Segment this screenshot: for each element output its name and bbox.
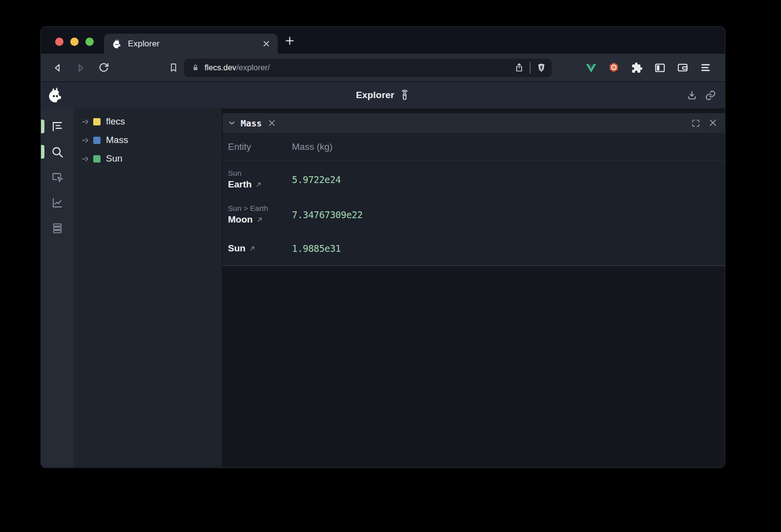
browser-toolbar: flecs.dev/explorer/ xyxy=(41,54,725,82)
tree-item-label: flecs xyxy=(106,116,125,127)
tree-view-icon[interactable] xyxy=(50,119,64,134)
back-button[interactable] xyxy=(49,59,66,77)
table-header-row: Entity Mass (kg) xyxy=(223,133,725,161)
expand-arrow-icon[interactable] xyxy=(82,118,90,126)
external-link-icon[interactable] xyxy=(249,245,256,252)
new-tab-button[interactable] xyxy=(285,36,294,45)
inspect-icon[interactable] xyxy=(50,170,64,184)
menu-icon[interactable] xyxy=(698,60,714,76)
hexagon-extension-icon[interactable] xyxy=(606,60,622,76)
browser-titlebar: Explorer xyxy=(41,27,725,54)
brave-shield-icon[interactable] xyxy=(536,62,547,73)
panel-close-icon[interactable] xyxy=(709,119,717,128)
puzzle-icon[interactable] xyxy=(629,60,645,76)
column-header-entity: Entity xyxy=(228,142,292,152)
entity-link[interactable]: Sun xyxy=(228,242,246,255)
bookmark-icon[interactable] xyxy=(164,59,182,77)
share-icon[interactable] xyxy=(514,62,524,73)
table-row: Sun > Earth Moon 7.34767309e22 xyxy=(223,198,725,232)
query-results-table: Entity Mass (kg) Sun Earth 5.9722e24 xyxy=(223,133,725,266)
wallet-icon[interactable] xyxy=(675,60,691,76)
mass-value: 1.9885e31 xyxy=(292,243,341,254)
browser-tab-explorer[interactable]: Explorer xyxy=(104,34,278,54)
entity-color-swatch xyxy=(93,137,101,144)
mass-value: 7.34767309e22 xyxy=(292,209,363,220)
column-header-mass: Mass (kg) xyxy=(292,142,332,152)
remote-connection-icon xyxy=(399,90,410,101)
page-title: Explorer xyxy=(356,90,394,101)
entity-link[interactable]: Earth xyxy=(228,178,252,191)
url-path: /explorer/ xyxy=(236,63,270,72)
tree-item-mass[interactable]: Mass xyxy=(73,131,222,149)
flecs-logo-icon xyxy=(47,86,64,104)
table-row: Sun Earth 5.9722e24 xyxy=(223,161,725,198)
chart-icon[interactable] xyxy=(50,195,64,210)
lock-icon xyxy=(191,63,200,72)
forward-button[interactable] xyxy=(72,59,89,77)
traffic-lights xyxy=(55,38,94,46)
external-link-icon[interactable] xyxy=(255,181,262,188)
search-icon[interactable] xyxy=(50,144,64,159)
fullscreen-icon[interactable] xyxy=(691,119,700,128)
header-actions xyxy=(686,90,716,101)
chevron-down-icon[interactable] xyxy=(227,119,236,127)
content-area: flecs Mass Sun Mas xyxy=(41,108,725,467)
query-close-icon[interactable] xyxy=(268,119,276,127)
maximize-window-button[interactable] xyxy=(85,38,94,46)
url-domain: flecs.dev xyxy=(205,63,236,72)
side-panel-icon[interactable] xyxy=(652,60,668,76)
empty-canvas xyxy=(223,266,725,467)
table-row: Sun 1.9885e31 xyxy=(223,232,725,265)
flecs-favicon-icon xyxy=(112,39,123,49)
url-text: flecs.dev/explorer/ xyxy=(205,63,514,72)
entity-color-swatch xyxy=(93,118,101,125)
entity-parent-path: Sun > Earth xyxy=(228,204,292,213)
left-icon-bar xyxy=(41,108,73,467)
browser-window: Explorer xyxy=(41,27,725,468)
vue-devtools-icon[interactable] xyxy=(583,60,599,76)
minimize-window-button[interactable] xyxy=(70,38,79,46)
download-icon[interactable] xyxy=(686,90,698,101)
query-title: Mass xyxy=(241,118,262,128)
entity-color-swatch xyxy=(93,155,101,163)
link-icon[interactable] xyxy=(705,90,716,101)
query-panel-area: Mass xyxy=(222,108,725,467)
address-bar[interactable]: flecs.dev/explorer/ xyxy=(184,59,552,77)
entity-link[interactable]: Moon xyxy=(228,213,253,226)
expand-arrow-icon[interactable] xyxy=(82,155,90,163)
data-rows-icon[interactable] xyxy=(50,221,64,235)
mass-value: 5.9722e24 xyxy=(292,174,341,185)
tab-title: Explorer xyxy=(128,39,263,49)
reload-button[interactable] xyxy=(95,59,112,77)
tab-close-icon[interactable] xyxy=(263,40,270,47)
extensions-area xyxy=(583,60,714,76)
active-panel-indicator xyxy=(41,145,44,159)
tree-item-flecs[interactable]: flecs xyxy=(73,112,222,131)
tree-item-label: Sun xyxy=(106,153,123,164)
entity-parent-path: Sun xyxy=(228,168,292,178)
query-panel-header: Mass xyxy=(223,113,725,133)
divider xyxy=(530,62,531,74)
active-panel-indicator xyxy=(41,120,44,133)
app-header: Explorer xyxy=(41,82,725,108)
tree-item-sun[interactable]: Sun xyxy=(73,149,222,168)
expand-arrow-icon[interactable] xyxy=(82,136,90,144)
close-window-button[interactable] xyxy=(55,38,63,46)
external-link-icon[interactable] xyxy=(256,216,263,223)
entity-tree-panel: flecs Mass Sun xyxy=(73,108,222,467)
tree-item-label: Mass xyxy=(106,135,128,145)
